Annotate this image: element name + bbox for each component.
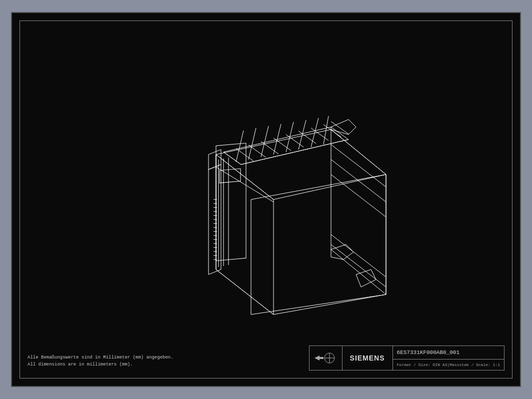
svg-marker-46	[251, 174, 386, 314]
siemens-section: SIEMENS	[342, 346, 393, 370]
svg-line-10	[274, 124, 281, 154]
siemens-logo: SIEMENS	[350, 354, 385, 362]
svg-line-3	[216, 270, 274, 314]
svg-line-18	[261, 142, 278, 154]
svg-line-12	[298, 120, 306, 150]
svg-marker-1	[331, 130, 386, 294]
drawing-sheet: Alle Bemaßungswerte sind in Millimeter (…	[11, 12, 521, 387]
title-block-right: SIEMENS 6ES7331KF000AB0_001 Format / Siz…	[309, 346, 504, 370]
cad-drawing	[20, 21, 512, 378]
notes-section: Alle Bemaßungswerte sind in Millimeter (…	[28, 354, 174, 370]
inner-border: Alle Bemaßungswerte sind in Millimeter (…	[20, 20, 512, 378]
target-symbol-area	[310, 346, 342, 370]
svg-line-9	[261, 126, 268, 157]
note-line2: All dimensions are in millimeters (mm).	[28, 362, 174, 368]
target-icon	[314, 350, 337, 366]
svg-line-55	[216, 167, 274, 202]
drawing-area	[20, 21, 512, 378]
note-line1: Alle Bemaßungswerte sind in Millimeter (…	[28, 354, 174, 362]
svg-marker-59	[314, 356, 324, 360]
part-number: 6ES7331KF000AB0_001	[393, 346, 504, 360]
format-info: Format / Size: DIN A3|Massstab / Scale: …	[393, 360, 504, 370]
title-block-area: Alle Bemaßungswerte sind in Millimeter (…	[28, 340, 504, 370]
part-info-section: 6ES7331KF000AB0_001 Format / Size: DIN A…	[393, 346, 504, 370]
svg-line-8	[248, 128, 256, 160]
svg-line-7	[236, 130, 244, 162]
svg-line-4	[274, 294, 386, 314]
cad-svg	[116, 80, 416, 320]
svg-marker-2	[216, 154, 274, 314]
svg-line-53	[331, 234, 386, 277]
svg-marker-57	[208, 150, 221, 170]
svg-rect-25	[216, 143, 246, 260]
svg-marker-6	[224, 127, 348, 164]
